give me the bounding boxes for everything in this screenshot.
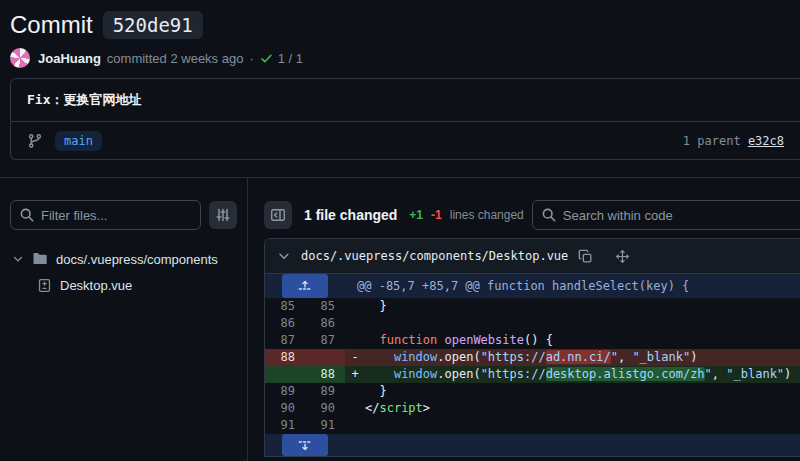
new-line-number[interactable]: 86 xyxy=(305,315,345,332)
old-line-number[interactable]: 88 xyxy=(265,349,305,366)
author-name-link[interactable]: JoaHuang xyxy=(38,51,101,66)
hunk-header-row: @@ -85,7 +85,7 @@ function handleSelect(… xyxy=(265,274,800,298)
diff-code-text: } xyxy=(365,298,387,315)
diff-main: 1 file changed +1 -1 lines changed docs/… xyxy=(248,178,800,461)
commit-title-label: Commit xyxy=(10,11,93,39)
code-segment: .open( xyxy=(437,350,480,364)
collapse-file-tree-button[interactable] xyxy=(264,201,292,229)
old-line-number[interactable]: 90 xyxy=(265,400,305,417)
branch-label[interactable]: main xyxy=(55,131,102,151)
hunk-footer-row xyxy=(265,434,800,456)
old-line-number[interactable] xyxy=(265,366,305,383)
parent-count-label: 1 parent xyxy=(683,134,741,148)
diff-line: 8585 } xyxy=(265,298,800,315)
old-line-number[interactable]: 87 xyxy=(265,332,305,349)
search-within-code-input[interactable] xyxy=(532,200,800,230)
dot-separator: · xyxy=(249,51,253,66)
search-icon xyxy=(541,207,557,223)
code-segment: , xyxy=(618,350,632,364)
diff-code-cell xyxy=(345,417,800,434)
diff-line: 8787 function openWebsite() { xyxy=(265,332,800,349)
code-segment: " xyxy=(705,367,712,381)
file-tree: docs/.vuepress/components Desktop.vue xyxy=(10,246,237,298)
chevron-down-icon xyxy=(12,253,24,265)
new-line-number[interactable]: 85 xyxy=(305,298,345,315)
code-segment: "_blank" xyxy=(632,350,690,364)
diff-code-text: </script> xyxy=(365,400,430,417)
lines-changed-label: lines changed xyxy=(450,208,524,222)
code-segment: > xyxy=(423,401,430,415)
diff-code-cell xyxy=(345,315,800,332)
code-segment xyxy=(365,350,394,364)
tree-folder-label: docs/.vuepress/components xyxy=(56,252,218,267)
file-path-link[interactable]: docs/.vuepress/components/Desktop.vue xyxy=(301,249,568,263)
new-line-number[interactable]: 90 xyxy=(305,400,345,417)
content-area: docs/.vuepress/components Desktop.vue 1 … xyxy=(0,177,800,461)
commit-sha-badge: 520de91 xyxy=(103,11,203,39)
diff-marker xyxy=(345,417,365,434)
diff-lines: 8585 }86868787 function openWebsite() {8… xyxy=(265,298,800,434)
diff-code-cell: </script> xyxy=(345,400,800,417)
diff-line: 88+ window.open("https://desktop.alistgo… xyxy=(265,366,800,383)
code-segment: ) xyxy=(784,367,791,381)
author-row: JoaHuang committed 2 weeks ago · 1 / 1 xyxy=(10,48,800,68)
diff-line: 8989 } xyxy=(265,383,800,400)
diff-marker xyxy=(345,298,365,315)
new-line-number[interactable]: 91 xyxy=(305,417,345,434)
fold-down-icon xyxy=(298,438,312,452)
diff-line: 8686 xyxy=(265,315,800,332)
new-line-number[interactable]: 89 xyxy=(305,383,345,400)
hunk-gutter xyxy=(265,434,345,456)
copy-path-button[interactable] xyxy=(578,249,593,264)
diff-code-cell: function openWebsite() { xyxy=(345,332,800,349)
file-tree-sidebar: docs/.vuepress/components Desktop.vue xyxy=(0,178,248,461)
expand-down-button[interactable] xyxy=(282,434,328,456)
diff-marker: - xyxy=(345,349,365,366)
copy-icon xyxy=(578,249,593,264)
panel-collapse-icon xyxy=(270,207,286,223)
diff-code-text: window.open("https://desktop.alistgo.com… xyxy=(365,366,791,383)
expand-up-button[interactable] xyxy=(282,274,328,298)
old-line-number[interactable]: 85 xyxy=(265,298,305,315)
old-line-number[interactable]: 86 xyxy=(265,315,305,332)
diff-line: 9090</script> xyxy=(265,400,800,417)
commit-meta-row: main 1 parent e32c8 xyxy=(11,122,800,159)
diff-marker xyxy=(345,383,365,400)
filter-files-input[interactable] xyxy=(10,200,201,230)
diff-marker xyxy=(345,332,365,349)
tree-file-row[interactable]: Desktop.vue xyxy=(10,272,237,298)
avatar[interactable] xyxy=(10,48,30,68)
page-title: Commit 520de91 xyxy=(10,8,800,42)
new-line-number[interactable]: 88 xyxy=(305,366,345,383)
diff-code-cell: } xyxy=(345,383,800,400)
new-line-number[interactable]: 87 xyxy=(305,332,345,349)
new-line-number[interactable] xyxy=(305,349,345,366)
code-segment: desktop.alistgo.com/zh xyxy=(546,367,705,381)
sliders-icon xyxy=(215,207,231,223)
file-diff-icon xyxy=(37,278,52,293)
move-arrows-icon xyxy=(615,249,630,264)
diff-code-cell: + window.open("https://desktop.alistgo.c… xyxy=(345,366,800,383)
fold-up-icon xyxy=(298,279,312,293)
diff-code-cell: - window.open("https://ad.nn.ci/", "_bla… xyxy=(345,349,800,366)
tree-folder-row[interactable]: docs/.vuepress/components xyxy=(10,246,237,272)
code-segment: } xyxy=(365,299,387,313)
collapse-diff-button[interactable] xyxy=(277,249,291,263)
code-segment: </ xyxy=(365,401,379,415)
filter-row xyxy=(10,200,237,230)
old-line-number[interactable]: 91 xyxy=(265,417,305,434)
diff-code-text: } xyxy=(365,383,387,400)
filter-input-wrap xyxy=(10,200,201,230)
chevron-down-icon xyxy=(277,249,291,263)
code-segment: ad.nn.ci/ xyxy=(546,350,611,364)
code-segment: openWebsite xyxy=(444,333,523,347)
hunk-footer-text xyxy=(345,434,357,456)
drag-reorder-button[interactable] xyxy=(615,249,630,264)
commit-time-label: committed 2 weeks ago xyxy=(107,51,244,66)
hunk-header-text: @@ -85,7 +85,7 @@ function handleSelect(… xyxy=(345,274,689,298)
checks-status-link[interactable]: 1 / 1 xyxy=(260,51,303,66)
code-segment: " xyxy=(611,350,618,364)
filter-options-button[interactable] xyxy=(209,201,237,229)
parent-sha-link[interactable]: e32c8 xyxy=(748,134,784,148)
old-line-number[interactable]: 89 xyxy=(265,383,305,400)
